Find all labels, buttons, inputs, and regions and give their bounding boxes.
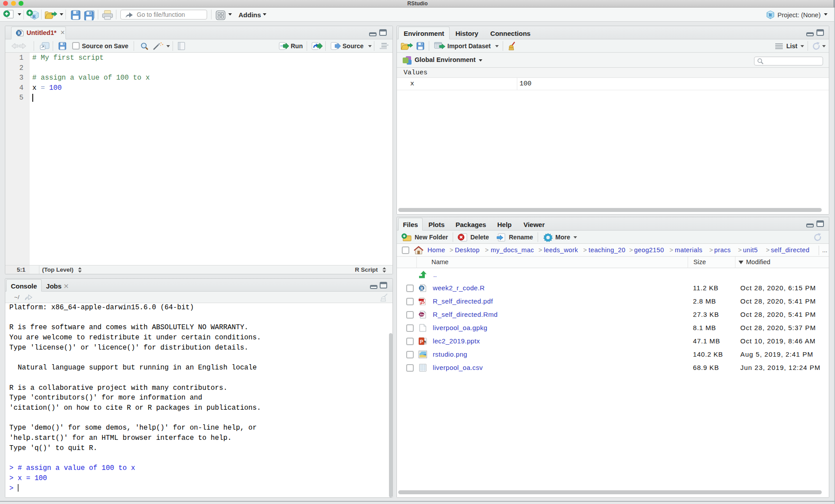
svg-text:R: R	[32, 14, 36, 19]
svg-text:Rmd: Rmd	[420, 313, 425, 316]
svg-text:R: R	[17, 31, 20, 35]
svg-text:P: P	[420, 339, 423, 344]
svg-text:R: R	[420, 286, 423, 291]
svg-text:R: R	[769, 12, 773, 17]
